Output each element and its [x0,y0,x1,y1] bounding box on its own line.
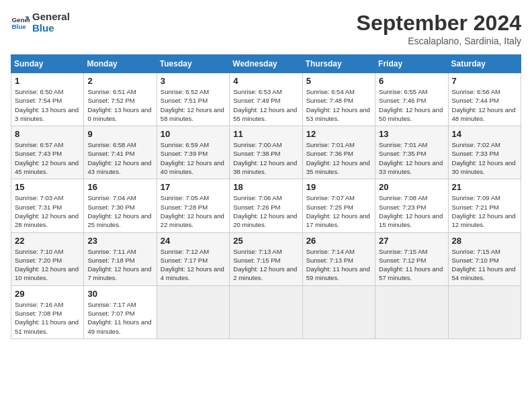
day-number: 1 [15,76,80,86]
calendar-cell: 12 Sunrise: 7:01 AM Sunset: 7:36 PM Dayl… [302,126,375,179]
day-info: Sunrise: 6:53 AM Sunset: 7:49 PM Dayligh… [233,87,298,123]
day-number: 25 [233,236,298,246]
day-number: 21 [452,182,517,192]
day-info: Sunrise: 6:57 AM Sunset: 7:43 PM Dayligh… [15,140,80,176]
day-number: 19 [306,182,371,192]
day-number: 17 [161,182,226,192]
calendar-cell: 13 Sunrise: 7:01 AM Sunset: 7:35 PM Dayl… [375,126,448,179]
day-info: Sunrise: 7:01 AM Sunset: 7:36 PM Dayligh… [306,140,371,176]
calendar-cell: 22 Sunrise: 7:10 AM Sunset: 7:20 PM Dayl… [11,232,84,285]
header-tuesday: Tuesday [157,55,229,73]
header-wednesday: Wednesday [230,55,302,73]
day-number: 22 [15,236,80,246]
day-info: Sunrise: 6:59 AM Sunset: 7:39 PM Dayligh… [161,140,226,176]
day-info: Sunrise: 6:51 AM Sunset: 7:52 PM Dayligh… [87,87,152,123]
calendar-cell: 28 Sunrise: 7:15 AM Sunset: 7:10 PM Dayl… [448,232,521,285]
day-info: Sunrise: 6:54 AM Sunset: 7:48 PM Dayligh… [306,87,371,123]
calendar-cell: 4 Sunrise: 6:53 AM Sunset: 7:49 PM Dayli… [230,73,302,126]
day-number: 14 [452,129,517,139]
day-number: 20 [379,182,444,192]
day-number: 10 [161,129,226,139]
calendar-cell: 27 Sunrise: 7:15 AM Sunset: 7:12 PM Dayl… [375,232,448,285]
day-number: 16 [87,182,152,192]
day-info: Sunrise: 7:06 AM Sunset: 7:26 PM Dayligh… [233,193,298,229]
header-thursday: Thursday [302,55,375,73]
day-number: 12 [306,129,371,139]
day-number: 4 [233,76,298,86]
title-area: September 2024 Escalaplano, Sardinia, It… [357,11,521,46]
day-info: Sunrise: 7:01 AM Sunset: 7:35 PM Dayligh… [379,140,444,176]
day-info: Sunrise: 6:58 AM Sunset: 7:41 PM Dayligh… [87,140,152,176]
calendar-cell: 30 Sunrise: 7:17 AM Sunset: 7:07 PM Dayl… [84,285,157,338]
day-info: Sunrise: 6:52 AM Sunset: 7:51 PM Dayligh… [161,87,226,123]
day-number: 9 [87,129,152,139]
calendar-cell: 18 Sunrise: 7:06 AM Sunset: 7:26 PM Dayl… [230,179,302,232]
day-info: Sunrise: 7:16 AM Sunset: 7:08 PM Dayligh… [15,300,80,336]
calendar-cell: 14 Sunrise: 7:02 AM Sunset: 7:33 PM Dayl… [448,126,521,179]
day-info: Sunrise: 7:13 AM Sunset: 7:15 PM Dayligh… [233,247,298,283]
month-title: September 2024 [357,11,521,36]
calendar-cell: 10 Sunrise: 6:59 AM Sunset: 7:39 PM Dayl… [157,126,229,179]
calendar-week-2: 8 Sunrise: 6:57 AM Sunset: 7:43 PM Dayli… [11,126,521,179]
calendar-cell: 19 Sunrise: 7:07 AM Sunset: 7:25 PM Dayl… [302,179,375,232]
day-number: 13 [379,129,444,139]
day-number: 7 [452,76,517,86]
day-number: 8 [15,129,80,139]
calendar-cell: 2 Sunrise: 6:51 AM Sunset: 7:52 PM Dayli… [84,73,157,126]
calendar-cell [448,285,521,338]
day-info: Sunrise: 7:05 AM Sunset: 7:28 PM Dayligh… [161,193,226,229]
day-number: 23 [87,236,152,246]
day-number: 28 [452,236,517,246]
svg-text:Blue: Blue [11,23,26,30]
calendar-cell: 1 Sunrise: 6:50 AM Sunset: 7:54 PM Dayli… [11,73,84,126]
header-friday: Friday [375,55,448,73]
day-info: Sunrise: 6:50 AM Sunset: 7:54 PM Dayligh… [15,87,80,123]
location: Escalaplano, Sardinia, Italy [357,36,521,46]
day-info: Sunrise: 7:00 AM Sunset: 7:38 PM Dayligh… [233,140,298,176]
calendar-cell: 24 Sunrise: 7:12 AM Sunset: 7:17 PM Dayl… [157,232,229,285]
calendar-week-3: 15 Sunrise: 7:03 AM Sunset: 7:31 PM Dayl… [11,179,521,232]
day-number: 18 [233,182,298,192]
day-number: 5 [306,76,371,86]
calendar-cell: 8 Sunrise: 6:57 AM Sunset: 7:43 PM Dayli… [11,126,84,179]
day-info: Sunrise: 7:15 AM Sunset: 7:12 PM Dayligh… [379,247,444,283]
day-info: Sunrise: 7:03 AM Sunset: 7:31 PM Dayligh… [15,193,80,229]
day-info: Sunrise: 7:11 AM Sunset: 7:18 PM Dayligh… [87,247,152,283]
day-info: Sunrise: 6:56 AM Sunset: 7:44 PM Dayligh… [452,87,517,123]
calendar-cell: 3 Sunrise: 6:52 AM Sunset: 7:51 PM Dayli… [157,73,229,126]
header-sunday: Sunday [11,55,84,73]
calendar-header-row: SundayMondayTuesdayWednesdayThursdayFrid… [11,55,521,73]
day-info: Sunrise: 7:10 AM Sunset: 7:20 PM Dayligh… [15,247,80,283]
day-number: 6 [379,76,444,86]
day-number: 24 [161,236,226,246]
calendar-week-1: 1 Sunrise: 6:50 AM Sunset: 7:54 PM Dayli… [11,73,521,126]
calendar-cell: 7 Sunrise: 6:56 AM Sunset: 7:44 PM Dayli… [448,73,521,126]
calendar-cell: 17 Sunrise: 7:05 AM Sunset: 7:28 PM Dayl… [157,179,229,232]
logo-blue: Blue [32,22,70,34]
calendar-cell: 9 Sunrise: 6:58 AM Sunset: 7:41 PM Dayli… [84,126,157,179]
calendar-cell [157,285,229,338]
calendar-cell: 15 Sunrise: 7:03 AM Sunset: 7:31 PM Dayl… [11,179,84,232]
day-info: Sunrise: 7:17 AM Sunset: 7:07 PM Dayligh… [87,300,152,336]
day-number: 3 [161,76,226,86]
calendar-cell: 11 Sunrise: 7:00 AM Sunset: 7:38 PM Dayl… [230,126,302,179]
calendar-cell: 25 Sunrise: 7:13 AM Sunset: 7:15 PM Dayl… [230,232,302,285]
calendar-cell: 29 Sunrise: 7:16 AM Sunset: 7:08 PM Dayl… [11,285,84,338]
logo-icon: General Blue [11,13,30,32]
day-info: Sunrise: 7:04 AM Sunset: 7:30 PM Dayligh… [87,193,152,229]
day-number: 30 [87,289,152,299]
day-info: Sunrise: 7:09 AM Sunset: 7:21 PM Dayligh… [452,193,517,229]
day-number: 2 [87,76,152,86]
day-info: Sunrise: 7:14 AM Sunset: 7:13 PM Dayligh… [306,247,371,283]
calendar-cell: 16 Sunrise: 7:04 AM Sunset: 7:30 PM Dayl… [84,179,157,232]
calendar-week-4: 22 Sunrise: 7:10 AM Sunset: 7:20 PM Dayl… [11,232,521,285]
calendar-cell: 5 Sunrise: 6:54 AM Sunset: 7:48 PM Dayli… [302,73,375,126]
calendar-cell: 26 Sunrise: 7:14 AM Sunset: 7:13 PM Dayl… [302,232,375,285]
logo-general: General [32,11,70,22]
calendar-cell [302,285,375,338]
header-saturday: Saturday [448,55,521,73]
day-number: 29 [15,289,80,299]
day-info: Sunrise: 7:12 AM Sunset: 7:17 PM Dayligh… [161,247,226,283]
calendar-cell [230,285,302,338]
calendar-cell: 21 Sunrise: 7:09 AM Sunset: 7:21 PM Dayl… [448,179,521,232]
